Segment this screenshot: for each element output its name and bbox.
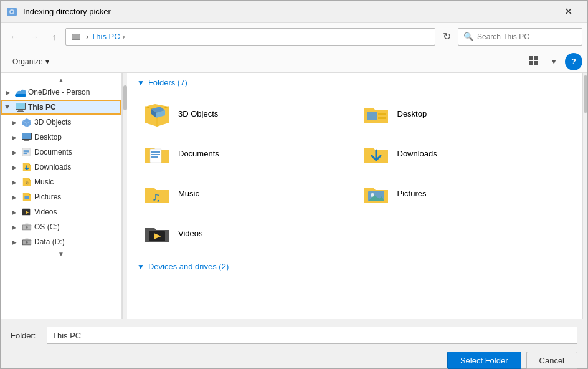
folder-item-music[interactable]: ♫ Music <box>137 175 354 212</box>
sidebar-item-thispc[interactable]: ▶ This PC <box>1 100 121 115</box>
desktop-icon <box>21 131 33 143</box>
svg-rect-14 <box>22 133 31 139</box>
sidebar-item-videos[interactable]: ▶ Videos <box>1 204 121 219</box>
folder-item-videos[interactable]: Videos <box>137 214 354 252</box>
3dobjects-expand-arrow2: ▶ <box>9 117 19 127</box>
3dobjects-folder-name: 3D Objects <box>178 109 218 118</box>
title-bar: Indexing directory picker ✕ <box>1 1 587 23</box>
toolbar: Organize ▾ ▾ ? <box>1 50 587 73</box>
scroll-down-button[interactable]: ▼ <box>1 249 121 259</box>
svg-rect-22 <box>24 196 29 199</box>
forward-button[interactable]: → <box>26 28 43 46</box>
downloads-expand-arrow: ▶ <box>9 162 19 172</box>
devices-section-title: Devices and drives (2) <box>148 262 229 271</box>
svg-rect-41 <box>151 154 160 155</box>
osc-expand-arrow: ▶ <box>9 222 19 232</box>
sidebar-item-desktop[interactable]: ▶ Desktop <box>1 130 121 145</box>
view-dropdown-arrow: ▾ <box>552 57 556 66</box>
folder-item-downloads[interactable]: Downloads <box>356 135 573 172</box>
search-input[interactable] <box>477 32 577 41</box>
search-box[interactable]: 🔍 <box>458 28 582 46</box>
svg-rect-6 <box>534 56 538 60</box>
folders-section-header[interactable]: ▼ Folders (7) <box>137 78 572 87</box>
close-button[interactable]: ✕ <box>554 1 582 23</box>
sidebar-item-downloads[interactable]: ▶ Downloads <box>1 160 121 175</box>
folder-row: Folder: <box>11 327 577 344</box>
folders-section-title: Folders (7) <box>148 78 187 87</box>
svg-rect-18 <box>24 150 29 150</box>
main-scrollbar[interactable] <box>582 73 587 319</box>
music-expand-arrow: ▶ <box>9 177 19 187</box>
thispc-label: This PC <box>28 103 119 112</box>
up-button[interactable]: ↑ <box>45 28 63 46</box>
title-bar-buttons: ✕ <box>554 1 582 23</box>
svg-rect-15 <box>24 140 29 141</box>
sidebar-item-music[interactable]: ▶ ♫ Music <box>1 175 121 189</box>
sidebar-item-osc[interactable]: ▶ OS (C:) <box>1 219 121 234</box>
main-scrollbar-thumb[interactable] <box>584 75 587 113</box>
view-arrow-button[interactable]: ▾ <box>545 54 562 70</box>
organize-button[interactable]: Organize ▾ <box>6 54 56 70</box>
help-button[interactable]: ? <box>565 53 582 70</box>
downloads-icon <box>21 161 33 173</box>
dialog-window: Indexing directory picker ✕ ← → ↑ › This… <box>0 0 588 369</box>
devices-section-header[interactable]: ▼ Devices and drives (2) <box>137 262 572 271</box>
svg-point-27 <box>26 226 28 229</box>
sidebar-scrollbar-thumb[interactable] <box>123 85 127 110</box>
address-path[interactable]: › This PC › <box>65 28 435 46</box>
datad-icon <box>21 236 33 248</box>
pictures-folder-name: Pictures <box>397 189 427 198</box>
thispc-icon <box>14 101 27 113</box>
desktop-label: Desktop <box>34 133 119 141</box>
forward-icon: → <box>30 32 39 42</box>
cancel-button[interactable]: Cancel <box>526 352 577 369</box>
3dobjects-folder-icon <box>142 98 172 128</box>
svg-rect-40 <box>151 151 160 153</box>
svg-rect-36 <box>367 112 377 120</box>
scroll-down-icon: ▼ <box>58 251 64 257</box>
svg-rect-39 <box>150 149 161 163</box>
select-folder-button[interactable]: Select Folder <box>447 352 521 369</box>
svg-rect-5 <box>529 56 533 60</box>
folder-item-documents[interactable]: Documents <box>137 135 354 172</box>
folder-item-3dobjects[interactable]: 3D Objects <box>137 95 354 132</box>
music-label: Music <box>34 178 119 186</box>
documents-folder-icon <box>142 138 172 168</box>
svg-point-31 <box>26 241 28 244</box>
view-button[interactable] <box>525 54 543 70</box>
sidebar-item-datad[interactable]: ▶ Data (D:) <box>1 234 121 249</box>
sidebar-item-3dobjects[interactable]: ▶ 3D Objects <box>1 115 121 130</box>
back-button[interactable]: ← <box>6 28 23 46</box>
documents-expand-arrow: ▶ <box>9 147 19 157</box>
main-panel: ▼ Folders (7) <box>127 73 582 319</box>
organize-arrow: ▾ <box>45 57 49 66</box>
desktop-expand-arrow: ▶ <box>9 132 19 142</box>
sidebar-item-documents[interactable]: ▶ Documents <box>1 145 121 160</box>
music-icon: ♫ <box>21 176 33 188</box>
svg-rect-32 <box>25 239 28 240</box>
svg-rect-37 <box>378 113 386 115</box>
scroll-up-button[interactable]: ▲ <box>1 75 121 85</box>
sidebar-item-pictures[interactable]: ▶ Pictures <box>1 189 121 204</box>
3dobjects-icon <box>21 116 33 128</box>
svg-rect-4 <box>72 34 80 39</box>
folder-input[interactable] <box>47 327 577 344</box>
window-title: Indexing directory picker <box>23 7 554 16</box>
onedrive-label: OneDrive - Person <box>28 88 119 97</box>
sidebar-item-onedrive[interactable]: ▶ OneDrive - Person <box>1 85 121 100</box>
sidebar-scrollbar[interactable] <box>122 73 127 319</box>
folder-item-desktop[interactable]: Desktop <box>356 95 573 132</box>
svg-rect-7 <box>529 61 533 65</box>
videos-folder-name: Videos <box>178 229 203 238</box>
thispc-expand-arrow: ▶ <box>3 102 13 112</box>
svg-rect-10 <box>16 103 25 109</box>
svg-rect-11 <box>18 110 23 111</box>
refresh-button[interactable]: ↻ <box>438 28 455 46</box>
documents-label: Documents <box>34 148 119 156</box>
path-thispc[interactable]: This PC <box>91 32 120 41</box>
pictures-icon <box>21 191 33 203</box>
folder-item-pictures[interactable]: Pictures <box>356 175 573 212</box>
svg-point-2 <box>11 11 13 13</box>
3dobjects-expand-arrow <box>3 117 8 127</box>
view-icon <box>528 55 539 68</box>
